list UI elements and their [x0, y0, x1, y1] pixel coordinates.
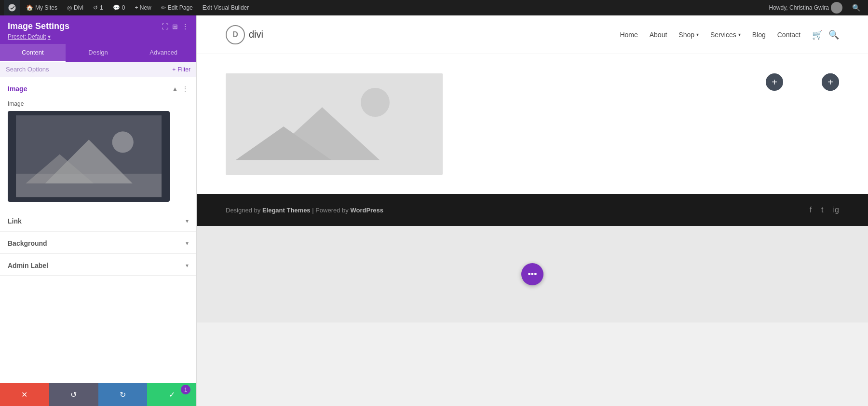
nav-item-shop[interactable]: Shop — [678, 31, 699, 39]
more-options-button[interactable]: ••• — [521, 263, 543, 285]
cart-icon[interactable]: 🛒 — [812, 29, 823, 40]
exit-visual-builder-button[interactable]: Exit Visual Builder — [199, 0, 253, 15]
admin-label-section: Admin Label ▾ — [0, 254, 196, 276]
page-area: D divi Home About Shop Services — [197, 15, 868, 406]
filter-button[interactable]: + Filter — [172, 66, 190, 73]
image-placeholder-svg — [16, 115, 162, 197]
footer-text: Designed by Elegant Themes | Powered by … — [226, 207, 383, 214]
image-section-title: Image — [8, 85, 27, 93]
undo-button[interactable]: ↺ — [49, 383, 98, 406]
nav-item-blog[interactable]: Blog — [752, 31, 766, 39]
divi-nav: D divi Home About Shop Services — [197, 15, 868, 54]
filter-icon: + — [172, 66, 176, 73]
nav-item-about[interactable]: About — [650, 31, 667, 39]
main-area: Image Settings ⛶ ⊞ ⋮ Preset: Default ▾ C… — [0, 15, 868, 406]
search-options-bar: + Filter — [0, 62, 196, 77]
admin-label-section-title: Admin Label — [8, 262, 48, 269]
divi-image-container — [226, 73, 528, 175]
wp-admin-bar: 🏠 My Sites ◎ Divi ↺ 1 💬 0 + New ✏ Edit P… — [0, 0, 868, 15]
columns-icon[interactable]: ⊞ — [172, 23, 178, 30]
image-field-label: Image — [8, 100, 189, 107]
image-settings-panel: Image Settings ⛶ ⊞ ⋮ Preset: Default ▾ C… — [0, 15, 197, 406]
panel-tabs: Content Design Advanced — [0, 44, 196, 62]
link-section-controls: ▾ — [186, 218, 189, 224]
edit-icon: ✏ — [161, 4, 166, 11]
image-section-controls: ▲ ⋮ — [172, 85, 189, 93]
divi-menu: Home About Shop Services Blog — [620, 29, 839, 40]
undo-icon: ↺ — [70, 390, 77, 399]
admin-label-section-chevron[interactable]: ▾ — [186, 262, 189, 269]
image-section-header[interactable]: Image ▲ ⋮ — [0, 77, 196, 98]
redo-icon: ↻ — [120, 390, 126, 399]
svg-point-4 — [112, 132, 133, 153]
home-icon: 🏠 — [26, 4, 33, 11]
panel-header-icons: ⛶ ⊞ ⋮ — [162, 23, 189, 30]
cancel-icon: ✕ — [21, 390, 27, 399]
background-section-title: Background — [8, 239, 47, 247]
updates-menu[interactable]: ↺ 1 — [89, 0, 107, 15]
add-module-left-button[interactable]: + — [766, 73, 783, 91]
link-section-chevron[interactable]: ▾ — [186, 218, 189, 224]
nav-item-services[interactable]: Services — [710, 31, 741, 39]
svg-rect-5 — [16, 174, 162, 197]
divi-footer: Designed by Elegant Themes | Powered by … — [197, 194, 868, 226]
image-preview-box[interactable] — [8, 111, 170, 202]
save-button[interactable]: ✓ 1 — [147, 383, 196, 406]
background-section-chevron[interactable]: ▾ — [186, 240, 189, 247]
tab-content[interactable]: Content — [0, 44, 66, 62]
search-button[interactable]: 🔍 — [848, 0, 864, 15]
search-icon: 🔍 — [852, 4, 860, 12]
sidebar-actions: ✕ ↺ ↻ ✓ 1 — [0, 383, 196, 406]
admin-label-section-header[interactable]: Admin Label ▾ — [0, 254, 196, 276]
search-options-input[interactable] — [6, 66, 172, 73]
tab-advanced[interactable]: Advanced — [131, 44, 196, 62]
my-sites-menu[interactable]: 🏠 My Sites — [22, 0, 61, 15]
link-section-header[interactable]: Link ▾ — [0, 210, 196, 231]
sidebar-sections: Image ▲ ⋮ Image — [0, 77, 196, 383]
admin-bar-right: Howdy, Christina Gwira 🔍 — [765, 0, 864, 15]
tab-design[interactable]: Design — [66, 44, 131, 62]
svg-point-9 — [361, 88, 390, 117]
nav-item-contact[interactable]: Contact — [777, 31, 800, 39]
divi-logo: D divi — [226, 25, 263, 44]
nav-icons: 🛒 🔍 — [812, 29, 839, 40]
divi-logo-circle: D — [226, 25, 245, 44]
preset-selector[interactable]: Preset: Default ▾ — [8, 33, 189, 40]
background-section-header[interactable]: Background ▾ — [0, 232, 196, 253]
more-icon[interactable]: ⋮ — [182, 23, 189, 30]
background-section-controls: ▾ — [186, 240, 189, 247]
twitter-icon[interactable]: t — [821, 206, 823, 214]
link-section: Link ▾ — [0, 210, 196, 232]
divi-menu[interactable]: ◎ Divi — [63, 0, 87, 15]
save-icon: ✓ — [169, 390, 175, 399]
link-section-title: Link — [8, 217, 22, 225]
refresh-icon: ↺ — [93, 4, 98, 11]
new-content-menu[interactable]: + New — [131, 0, 155, 15]
cancel-button[interactable]: ✕ — [0, 383, 49, 406]
panel-header: Image Settings ⛶ ⊞ ⋮ Preset: Default ▾ — [0, 15, 196, 44]
edit-page-button[interactable]: ✏ Edit Page — [157, 0, 197, 15]
nav-search-icon[interactable]: 🔍 — [828, 29, 839, 40]
image-section-more[interactable]: ⋮ — [182, 85, 189, 93]
facebook-icon[interactable]: f — [810, 206, 812, 214]
fullscreen-icon[interactable]: ⛶ — [162, 23, 168, 30]
redo-button[interactable]: ↻ — [98, 383, 148, 406]
image-section-chevron-up[interactable]: ▲ — [172, 85, 178, 92]
add-module-top-button[interactable]: + — [822, 73, 839, 91]
image-section-content: Image — [0, 98, 196, 210]
divi-page: D divi Home About Shop Services — [197, 15, 868, 322]
instagram-icon[interactable]: ig — [833, 206, 839, 214]
right-section: + + — [537, 73, 839, 91]
divi-content: + + — [197, 54, 868, 194]
nav-item-home[interactable]: Home — [620, 31, 637, 39]
save-badge: 1 — [181, 385, 190, 394]
divi-icon: ◎ — [67, 4, 72, 11]
below-footer-area: ••• — [197, 226, 868, 322]
footer-social: f t ig — [810, 206, 839, 214]
comment-icon: 💬 — [113, 4, 120, 11]
comments-menu[interactable]: 💬 0 — [109, 0, 129, 15]
content-image-svg — [226, 73, 443, 175]
avatar — [831, 2, 842, 14]
howdy-user[interactable]: Howdy, Christina Gwira — [765, 0, 846, 15]
wp-logo[interactable] — [4, 0, 20, 15]
